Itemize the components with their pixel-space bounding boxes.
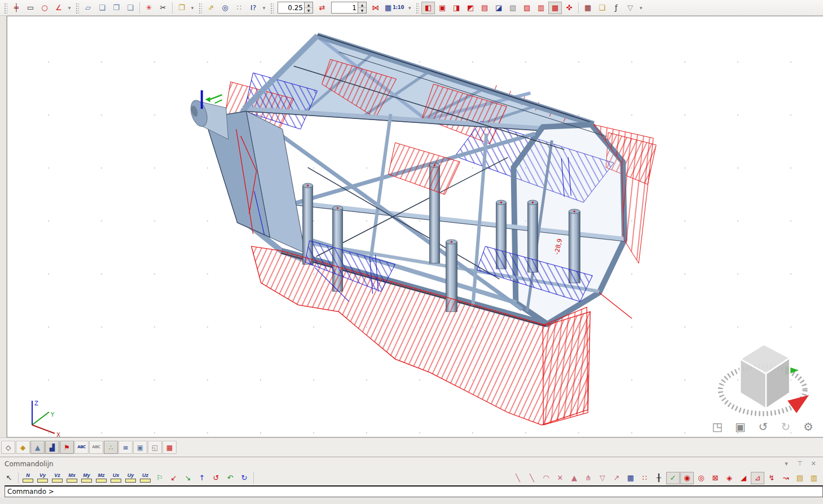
result-button-0[interactable]: N xyxy=(21,472,35,484)
swap-direction-icon[interactable]: ⇄ xyxy=(315,2,329,14)
trim-icon[interactable]: ✂ xyxy=(156,2,170,14)
model-viewport[interactable]: -28,9 Z Y X xyxy=(7,16,823,437)
snap-cross-icon[interactable]: ✕ xyxy=(553,472,567,484)
result-button-2[interactable]: Vz xyxy=(50,472,64,484)
cube-rotate-red-arrow[interactable] xyxy=(787,395,809,413)
table-preview-icon[interactable]: ◎ xyxy=(218,2,232,14)
labels-add-icon[interactable]: ABC xyxy=(74,441,89,454)
supports-display-icon[interactable]: ⚑ xyxy=(60,441,74,454)
snap-branch-icon[interactable]: ⋔ xyxy=(582,472,595,484)
snap-triangle-icon[interactable]: ▽ xyxy=(596,472,609,484)
angle-icon[interactable]: ∠ xyxy=(52,2,65,14)
toolbar-grip[interactable] xyxy=(3,2,7,14)
snap-segment-icon[interactable]: ╲ xyxy=(525,472,539,484)
dropdown-arrow-icon[interactable]: ▾ xyxy=(189,2,196,14)
load-panel-hook-icon[interactable]: ◨ xyxy=(450,2,463,14)
toolbar-grip[interactable] xyxy=(75,2,79,14)
snap-arc-icon[interactable]: ◠ xyxy=(539,472,553,484)
load-panel-box-icon[interactable]: ▣ xyxy=(435,2,449,14)
properties-dialog-icon[interactable]: ▣ xyxy=(133,441,147,454)
filter-function-icon[interactable]: ƒ xyxy=(609,2,623,14)
result-button-4[interactable]: My xyxy=(80,472,94,484)
copy-icon[interactable]: ▱ xyxy=(81,2,95,14)
grid-points-icon[interactable]: ∷ xyxy=(638,472,652,484)
pin-panel-icon[interactable]: ⊤ xyxy=(795,459,805,468)
load-undo-icon[interactable]: ▧ xyxy=(506,2,520,14)
translation-z-icon[interactable]: ↑ xyxy=(195,472,209,484)
snap-edge-icon[interactable]: ◢ xyxy=(737,472,750,484)
rotation-x-icon[interactable]: ↺ xyxy=(209,472,223,484)
spin-down-icon[interactable]: ▼ xyxy=(305,8,313,13)
result-button-6[interactable]: Ux xyxy=(109,472,123,484)
save-results-icon[interactable]: ▦ xyxy=(581,2,595,14)
orbit-left-icon[interactable]: ↺ xyxy=(756,420,770,434)
layers-dialog-icon[interactable]: ◱ xyxy=(148,441,162,454)
element-info-icon[interactable]: I? xyxy=(247,2,260,14)
load-panel-left-icon[interactable]: ◧ xyxy=(421,2,435,14)
solid-view-icon[interactable]: ◆ xyxy=(16,441,30,454)
grid-line-icon[interactable]: ╂ xyxy=(652,472,666,484)
rendered-view-icon[interactable]: ▲ xyxy=(30,441,45,454)
load-panel-open-icon[interactable]: ◩ xyxy=(464,2,477,14)
snap-angle-icon[interactable]: ↯ xyxy=(765,472,778,484)
results-diagram-icon[interactable]: ▟ xyxy=(45,441,59,454)
toolbar-grip[interactable] xyxy=(198,2,202,14)
snap-surface-icon[interactable]: ◈ xyxy=(723,472,736,484)
dropdown-arrow-icon[interactable]: ▾ xyxy=(261,2,267,14)
snap-intersection-icon[interactable]: ⊠ xyxy=(708,472,722,484)
view-cube-icon[interactable]: ▣ xyxy=(733,420,747,434)
snap-ortho-icon[interactable]: ⊿ xyxy=(751,472,764,484)
dropdown-arrow-icon[interactable]: ▾ xyxy=(66,2,73,14)
circle-icon[interactable]: ○ xyxy=(38,2,51,14)
dropdown-arrow-icon[interactable]: ▾ xyxy=(637,2,644,14)
results-grid-icon[interactable]: ▦ xyxy=(162,441,177,454)
diagram-scale-icon[interactable]: ⋈ xyxy=(369,2,382,14)
result-button-3[interactable]: Mx xyxy=(65,472,79,484)
translation-x-icon[interactable]: ↙ xyxy=(167,472,181,484)
open-results-icon[interactable]: ❑ xyxy=(595,2,609,14)
export-icon[interactable]: ⇗ xyxy=(204,2,218,14)
toolbar-grip[interactable] xyxy=(270,2,274,14)
toolbar-grip[interactable] xyxy=(415,2,419,14)
zoom-window-icon[interactable]: ◳ xyxy=(710,420,724,434)
count-input[interactable] xyxy=(332,2,358,13)
load-delete-icon[interactable]: ▨ xyxy=(520,2,534,14)
dropdown-arrow-icon[interactable]: ▾ xyxy=(406,2,413,14)
result-button-5[interactable]: Mz xyxy=(94,472,108,484)
load-panel-icon[interactable]: ▤ xyxy=(478,2,491,14)
collapse-panel-icon[interactable]: ▾ xyxy=(781,459,791,468)
snap-peak-icon[interactable]: ▲ xyxy=(567,472,581,484)
load-panel-right-icon[interactable]: ▥ xyxy=(534,2,548,14)
result-button-1[interactable]: Vy xyxy=(36,472,50,484)
load-corner-arrow-icon[interactable]: ◪ xyxy=(492,2,505,14)
center-target-icon[interactable]: ✜ xyxy=(562,2,576,14)
labels-erase-icon[interactable]: ABC xyxy=(89,441,103,454)
scale-ratio-icon[interactable]: ▦ 1:10 xyxy=(383,2,406,14)
filter-icon[interactable]: ▽ xyxy=(623,2,637,14)
snap-node-icon[interactable]: ◉ xyxy=(680,472,694,484)
result-button-8[interactable]: Uz xyxy=(138,472,152,484)
points-display-icon[interactable]: ∴ xyxy=(104,441,118,454)
command-input[interactable] xyxy=(5,485,823,497)
navigation-cube[interactable] xyxy=(720,344,809,414)
paste-special-icon[interactable]: ❐ xyxy=(109,2,123,14)
beam-table-icon[interactable]: ▥ xyxy=(807,472,821,484)
supports-flag-icon[interactable]: ⚐ xyxy=(153,472,166,484)
snap-line-icon[interactable]: ╲ xyxy=(511,472,525,484)
load-note-icon[interactable]: ▩ xyxy=(548,2,562,14)
close-panel-icon[interactable]: ✕ xyxy=(808,459,818,468)
regenerate-icon[interactable]: ✳ xyxy=(142,2,156,14)
spin-up-icon[interactable]: ▲ xyxy=(305,2,313,8)
dimension-lines-icon[interactable]: ╪ xyxy=(10,2,23,14)
duplicate-icon[interactable]: ❑ xyxy=(124,2,137,14)
wireframe-view-icon[interactable]: ◇ xyxy=(1,441,15,454)
dimension-bracket-icon[interactable]: ▭ xyxy=(24,2,37,14)
snap-check-icon[interactable]: ✓ xyxy=(666,472,680,484)
snap-vector-icon[interactable]: ↗ xyxy=(610,472,623,484)
spin-up-icon[interactable]: ▲ xyxy=(358,2,366,8)
translation-y-icon[interactable]: ↘ xyxy=(181,472,195,484)
rotation-y-icon[interactable]: ↶ xyxy=(223,472,237,484)
spin-down-icon[interactable]: ▼ xyxy=(358,8,366,13)
cursor-grid-icon[interactable]: ▦ xyxy=(624,472,637,484)
orbit-flat-icon[interactable]: ↻ xyxy=(779,420,793,434)
